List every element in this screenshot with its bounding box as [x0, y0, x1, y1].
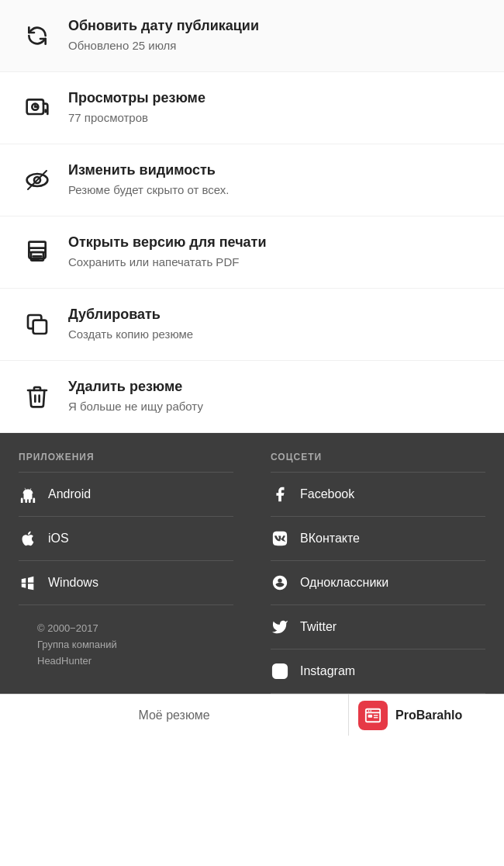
svg-point-16	[368, 710, 370, 712]
menu-item-views[interactable]: Просмотры резюме 77 просмотров	[0, 72, 504, 144]
instagram-icon	[271, 662, 289, 681]
footer-ios-label: iOS	[48, 532, 69, 546]
menu-title-visibility: Изменить видимость	[68, 161, 229, 179]
footer-vk-label: ВКонтакте	[300, 532, 360, 546]
facebook-icon	[271, 485, 289, 504]
probarahlo-icon	[358, 701, 388, 730]
footer-windows-label: Windows	[48, 576, 98, 590]
menu-title-print: Открыть версию для печати	[68, 234, 267, 251]
footer-link-instagram[interactable]: Instagram	[271, 650, 485, 694]
ok-icon	[271, 573, 289, 592]
trash-icon	[19, 378, 56, 415]
footer-android-label: Android	[48, 487, 91, 501]
menu-subtitle-views: 77 просмотров	[68, 110, 205, 126]
menu-title-refresh: Обновить дату публикации	[68, 17, 259, 35]
duplicate-icon	[19, 306, 56, 343]
footer-social-column: СОЦСЕТИ Facebook ВКонтакте	[252, 433, 504, 694]
menu-text-delete: Удалить резюме Я больше не ищу работу	[68, 378, 203, 414]
menu-subtitle-print: Сохранить или напечатать PDF	[68, 255, 267, 270]
menu-item-refresh[interactable]: Обновить дату публикации Обновлено 25 ию…	[0, 0, 504, 72]
menu-text-duplicate: Дублировать Создать копию резюме	[68, 306, 193, 342]
footer-twitter-label: Twitter	[300, 620, 337, 634]
refresh-icon	[19, 17, 56, 54]
menu-subtitle-visibility: Резюме будет скрыто от всех.	[68, 182, 229, 198]
probarahlo-label: ProBarahlo	[395, 708, 462, 722]
print-icon	[19, 234, 56, 271]
footer-apps-column: ПРИЛОЖЕНИЯ Android iOS	[0, 433, 252, 694]
footer-ok-label: Одноклассники	[300, 576, 388, 590]
apple-icon	[19, 529, 37, 548]
menu-item-visibility[interactable]: Изменить видимость Резюме будет скрыто о…	[0, 144, 504, 216]
android-icon	[19, 485, 37, 504]
menu-title-duplicate: Дублировать	[68, 306, 193, 324]
menu-subtitle-delete: Я больше не ищу работу	[68, 399, 203, 414]
footer-link-vk[interactable]: ВКонтакте	[271, 517, 485, 561]
bottom-bar-resume-button[interactable]: Моё резюме	[0, 695, 349, 736]
menu-text-views: Просмотры резюме 77 просмотров	[68, 89, 205, 126]
eye-clock-icon	[19, 89, 56, 126]
footer-link-ok[interactable]: Одноклассники	[271, 561, 485, 605]
menu-text-print: Открыть версию для печати Сохранить или …	[68, 234, 267, 270]
menu-title-views: Просмотры резюме	[68, 89, 205, 107]
windows-icon	[19, 573, 37, 592]
menu-text-refresh: Обновить дату публикации Обновлено 25 ию…	[68, 17, 259, 54]
bottom-bar-probarahlo[interactable]: ProBarahlo	[349, 695, 504, 736]
menu-subtitle-duplicate: Создать копию резюме	[68, 327, 193, 342]
footer-link-windows[interactable]: Windows	[19, 561, 233, 605]
bottom-bar-resume-label: Моё резюме	[138, 708, 209, 722]
menu-item-print[interactable]: Открыть версию для печати Сохранить или …	[0, 216, 504, 289]
menu-item-duplicate[interactable]: Дублировать Создать копию резюме	[0, 289, 504, 361]
footer-link-twitter[interactable]: Twitter	[271, 605, 485, 650]
footer-apps-heading: ПРИЛОЖЕНИЯ	[19, 452, 233, 462]
footer-link-android[interactable]: Android	[19, 473, 233, 517]
footer-instagram-label: Instagram	[300, 664, 355, 678]
menu-title-delete: Удалить резюме	[68, 378, 203, 396]
footer-copyright: © 2000−2017Группа компанийHeadHunter	[19, 605, 233, 688]
menu-text-visibility: Изменить видимость Резюме будет скрыто о…	[68, 161, 229, 198]
footer-social-heading: СОЦСЕТИ	[271, 452, 485, 462]
svg-rect-11	[33, 320, 47, 334]
svg-point-17	[370, 710, 371, 712]
svg-rect-18	[368, 715, 373, 718]
bottom-bar: Моё резюме ProBarahlo	[0, 694, 504, 736]
footer-facebook-label: Facebook	[300, 487, 354, 501]
menu-item-delete[interactable]: Удалить резюме Я больше не ищу работу	[0, 361, 504, 433]
twitter-icon	[271, 618, 289, 636]
menu-subtitle-refresh: Обновлено 25 июля	[68, 38, 259, 54]
vk-icon	[271, 529, 289, 548]
visibility-icon	[19, 161, 56, 199]
footer-link-ios[interactable]: iOS	[19, 517, 233, 561]
main-content: Обновить дату публикации Обновлено 25 ию…	[0, 0, 504, 433]
footer-link-facebook[interactable]: Facebook	[271, 473, 485, 517]
footer-columns: ПРИЛОЖЕНИЯ Android iOS	[0, 433, 504, 694]
svg-rect-7	[29, 242, 45, 252]
footer: ПРИЛОЖЕНИЯ Android iOS	[0, 433, 504, 694]
